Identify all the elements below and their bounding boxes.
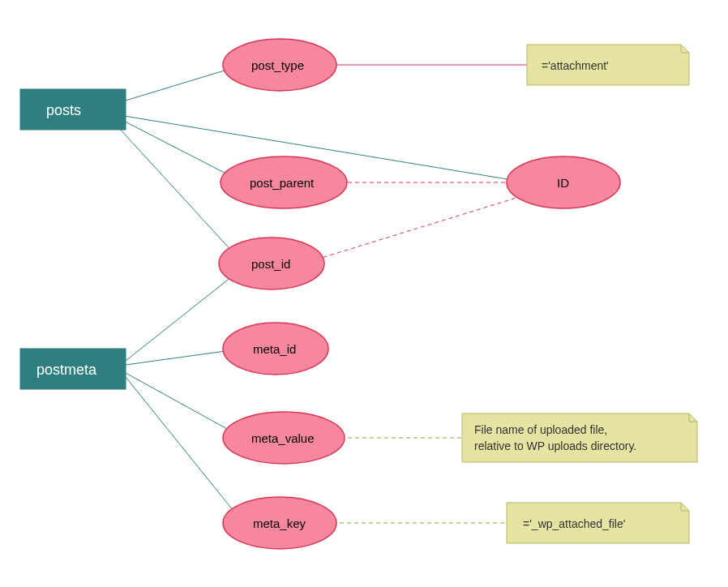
note-attachment: ='attachment' (527, 45, 689, 85)
entity-posts-label: posts (46, 102, 81, 118)
note-filename-line2: relative to WP uploads directory. (474, 439, 636, 452)
link-postmeta-metavalue (126, 373, 243, 438)
attr-meta-id: meta_id (223, 323, 328, 375)
link-posts-postparent (109, 114, 243, 182)
attr-post-parent-label: post_parent (250, 176, 315, 190)
attr-meta-value: meta_value (223, 412, 345, 464)
note-attachment-text: ='attachment' (542, 59, 609, 72)
entity-postmeta-label: postmeta (36, 362, 97, 378)
link-posts-posttype (109, 65, 243, 105)
note-wp-attached-text: ='_wp_attached_file' (523, 517, 625, 530)
note-filename-line1: File name of uploaded file, (474, 423, 607, 436)
link-postmeta-metakey (126, 377, 243, 523)
attr-post-id: post_id (219, 238, 324, 289)
attr-post-type-label: post_type (251, 58, 304, 72)
attr-meta-key: meta_key (223, 497, 336, 549)
attr-id-label: ID (557, 176, 569, 190)
attr-meta-id-label: meta_id (253, 342, 296, 356)
attr-meta-key-label: meta_key (253, 516, 306, 530)
attr-meta-value-label: meta_value (251, 431, 315, 445)
note-filename: File name of uploaded file, relative to … (462, 413, 697, 462)
attr-post-id-label: post_id (251, 257, 290, 271)
attr-post-parent: post_parent (221, 156, 347, 208)
attr-post-type: post_type (223, 39, 336, 91)
entity-postmeta: postmeta (20, 349, 126, 389)
er-diagram: posts postmeta post_type post_parent ID … (0, 0, 728, 587)
entity-posts: posts (20, 89, 126, 130)
attr-id: ID (507, 156, 620, 208)
link-postid-id (316, 195, 527, 259)
note-wp-attached: ='_wp_attached_file' (507, 503, 689, 543)
